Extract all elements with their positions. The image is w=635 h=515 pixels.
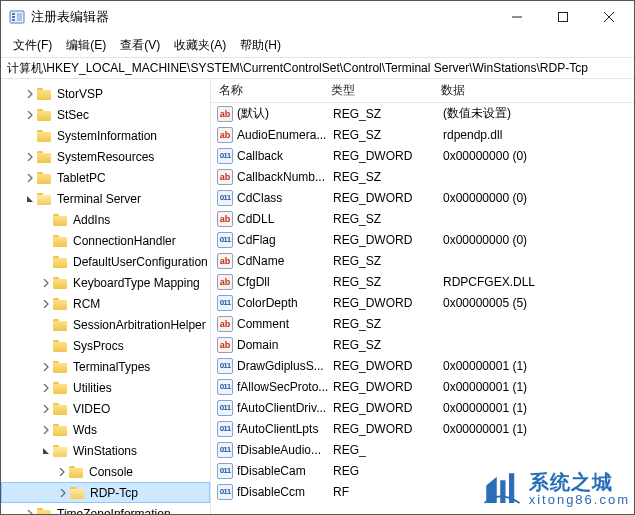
tree-view[interactable]: StorVSPStSecSystemInformationSystemResou… — [1, 79, 211, 514]
registry-value-row[interactable]: abDomainREG_SZ — [211, 334, 634, 355]
column-name[interactable]: 名称 — [211, 82, 331, 99]
tree-item[interactable]: SystemResources — [1, 146, 210, 167]
list-header[interactable]: 名称 类型 数据 — [211, 79, 634, 103]
tree-item-label: TerminalTypes — [73, 360, 150, 374]
tree-item-label: ConnectionHandler — [73, 234, 176, 248]
registry-value-row[interactable]: abCfgDllREG_SZRDPCFGEX.DLL — [211, 271, 634, 292]
folder-icon — [37, 171, 53, 185]
value-type: REG_DWORD — [333, 359, 443, 373]
tree-item-label: SystemResources — [57, 150, 154, 164]
menu-item[interactable]: 编辑(E) — [60, 35, 112, 56]
menu-item[interactable]: 帮助(H) — [234, 35, 287, 56]
binary-value-icon: 011 — [217, 379, 233, 395]
registry-value-row[interactable]: 011CallbackREG_DWORD0x00000000 (0) — [211, 145, 634, 166]
string-value-icon: ab — [217, 169, 233, 185]
binary-value-icon: 011 — [217, 463, 233, 479]
chevron-down-icon[interactable] — [39, 447, 53, 455]
tree-item[interactable]: RCM — [1, 293, 210, 314]
tree-item[interactable]: ConnectionHandler — [1, 230, 210, 251]
chevron-right-icon[interactable] — [56, 489, 70, 497]
registry-value-row[interactable]: 011CdFlagREG_DWORD0x00000000 (0) — [211, 229, 634, 250]
menu-item[interactable]: 文件(F) — [7, 35, 58, 56]
chevron-right-icon[interactable] — [39, 279, 53, 287]
tree-item[interactable]: DefaultUserConfiguration — [1, 251, 210, 272]
tree-item[interactable]: AddIns — [1, 209, 210, 230]
address-bar[interactable]: 计算机\HKEY_LOCAL_MACHINE\SYSTEM\CurrentCon… — [1, 57, 634, 79]
tree-item[interactable]: StorVSP — [1, 83, 210, 104]
registry-value-row[interactable]: 011fDisableCcmRF — [211, 481, 634, 502]
registry-value-row[interactable]: abCallbackNumb...REG_SZ — [211, 166, 634, 187]
tree-item[interactable]: TabletPC — [1, 167, 210, 188]
svg-rect-4 — [17, 13, 22, 21]
chevron-right-icon[interactable] — [39, 405, 53, 413]
registry-value-row[interactable]: ab(默认)REG_SZ(数值未设置) — [211, 103, 634, 124]
value-name: fDisableCcm — [237, 485, 333, 499]
value-type: REG_SZ — [333, 254, 443, 268]
registry-value-row[interactable]: abCdNameREG_SZ — [211, 250, 634, 271]
close-button[interactable] — [586, 1, 632, 33]
chevron-right-icon[interactable] — [39, 426, 53, 434]
folder-icon — [53, 402, 69, 416]
list-view: 名称 类型 数据 ab(默认)REG_SZ(数值未设置)abAudioEnume… — [211, 79, 634, 514]
tree-item[interactable]: TimeZoneInformation — [1, 503, 210, 514]
chevron-right-icon[interactable] — [23, 174, 37, 182]
menu-item[interactable]: 查看(V) — [114, 35, 166, 56]
value-name: ColorDepth — [237, 296, 333, 310]
value-data: RDPCFGEX.DLL — [443, 275, 634, 289]
tree-item[interactable]: Terminal Server — [1, 188, 210, 209]
value-data: 0x00000001 (1) — [443, 401, 634, 415]
folder-icon — [53, 255, 69, 269]
tree-item[interactable]: Wds — [1, 419, 210, 440]
list-body[interactable]: ab(默认)REG_SZ(数值未设置)abAudioEnumera...REG_… — [211, 103, 634, 514]
registry-value-row[interactable]: 011fAllowSecProto...REG_DWORD0x00000001 … — [211, 376, 634, 397]
tree-item[interactable]: Utilities — [1, 377, 210, 398]
value-name: (默认) — [237, 105, 333, 122]
chevron-right-icon[interactable] — [55, 468, 69, 476]
value-name: CdDLL — [237, 212, 333, 226]
registry-value-row[interactable]: abAudioEnumera...REG_SZrdpendp.dll — [211, 124, 634, 145]
chevron-right-icon[interactable] — [23, 111, 37, 119]
tree-item[interactable]: SystemInformation — [1, 125, 210, 146]
chevron-right-icon[interactable] — [23, 510, 37, 515]
tree-item[interactable]: RDP-Tcp — [1, 482, 210, 503]
registry-value-row[interactable]: 011fAutoClientLptsREG_DWORD0x00000001 (1… — [211, 418, 634, 439]
folder-icon — [37, 108, 53, 122]
chevron-down-icon[interactable] — [23, 195, 37, 203]
chevron-right-icon[interactable] — [23, 153, 37, 161]
tree-item[interactable]: VIDEO — [1, 398, 210, 419]
chevron-right-icon[interactable] — [39, 384, 53, 392]
registry-value-row[interactable]: abCdDLLREG_SZ — [211, 208, 634, 229]
column-data[interactable]: 数据 — [441, 82, 634, 99]
tree-item[interactable]: SessionArbitrationHelper — [1, 314, 210, 335]
string-value-icon: ab — [217, 253, 233, 269]
value-data: 0x00000001 (1) — [443, 380, 634, 394]
tree-item[interactable]: SysProcs — [1, 335, 210, 356]
chevron-right-icon[interactable] — [23, 90, 37, 98]
value-type: REG — [333, 464, 443, 478]
tree-item[interactable]: StSec — [1, 104, 210, 125]
tree-item-label: SessionArbitrationHelper — [73, 318, 206, 332]
registry-value-row[interactable]: 011DrawGdiplusS...REG_DWORD0x00000001 (1… — [211, 355, 634, 376]
registry-value-row[interactable]: 011fDisableAudio...REG_ — [211, 439, 634, 460]
value-data: 0x00000000 (0) — [443, 191, 634, 205]
registry-value-row[interactable]: 011ColorDepthREG_DWORD0x00000005 (5) — [211, 292, 634, 313]
value-name: CdFlag — [237, 233, 333, 247]
maximize-button[interactable] — [540, 1, 586, 33]
registry-value-row[interactable]: 011fAutoClientDriv...REG_DWORD0x00000001… — [211, 397, 634, 418]
tree-item[interactable]: KeyboardType Mapping — [1, 272, 210, 293]
tree-item[interactable]: Console — [1, 461, 210, 482]
registry-value-row[interactable]: 011fDisableCamREG — [211, 460, 634, 481]
value-name: fDisableCam — [237, 464, 333, 478]
registry-value-row[interactable]: 011CdClassREG_DWORD0x00000000 (0) — [211, 187, 634, 208]
tree-item[interactable]: WinStations — [1, 440, 210, 461]
registry-value-row[interactable]: abCommentREG_SZ — [211, 313, 634, 334]
value-type: REG_DWORD — [333, 149, 443, 163]
value-data: 0x00000001 (1) — [443, 359, 634, 373]
minimize-button[interactable] — [494, 1, 540, 33]
value-type: REG_DWORD — [333, 422, 443, 436]
menu-item[interactable]: 收藏夹(A) — [168, 35, 232, 56]
column-type[interactable]: 类型 — [331, 82, 441, 99]
chevron-right-icon[interactable] — [39, 363, 53, 371]
tree-item[interactable]: TerminalTypes — [1, 356, 210, 377]
chevron-right-icon[interactable] — [39, 300, 53, 308]
